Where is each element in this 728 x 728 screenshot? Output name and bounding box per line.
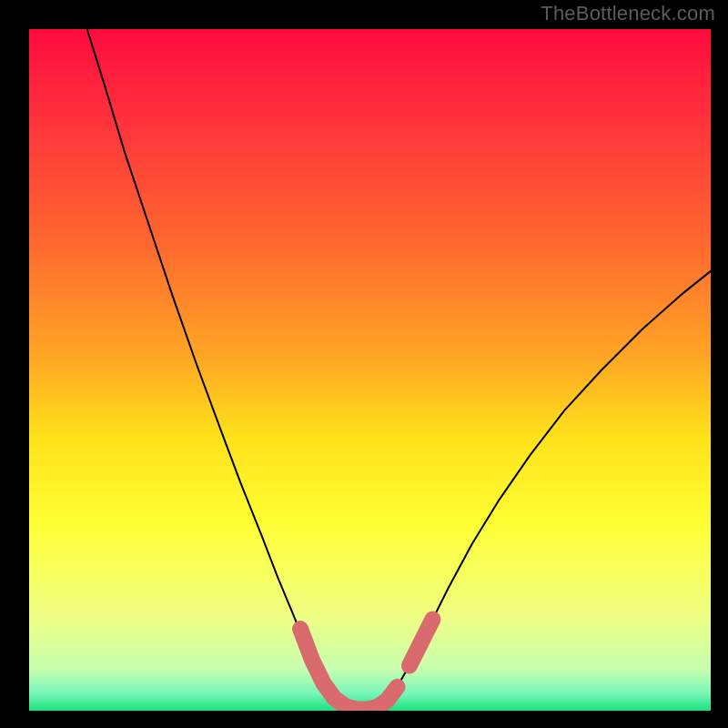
chart-container: TheBottleneck.com [0,0,728,728]
watermark-label: TheBottleneck.com [541,2,715,25]
bottleneck-curve-chart [0,0,728,728]
